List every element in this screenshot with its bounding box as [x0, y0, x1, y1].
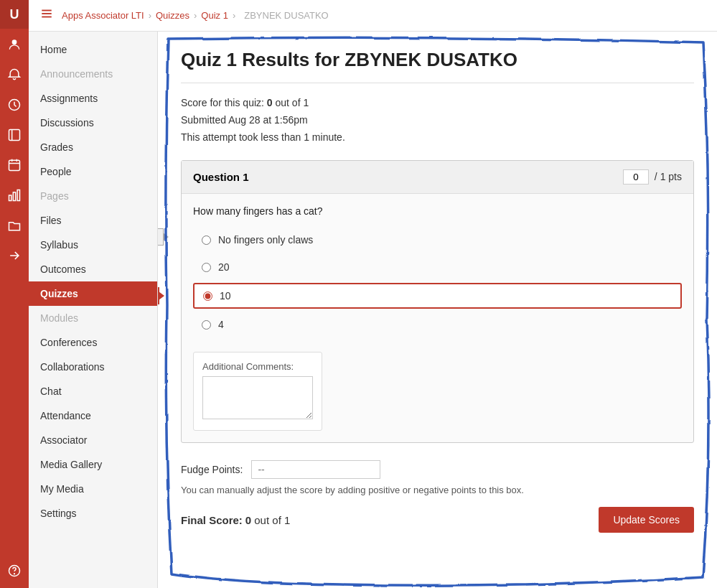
folder-icon[interactable]	[0, 211, 29, 240]
sidebar-item-pages: Pages	[29, 184, 157, 208]
breadcrumb-apps-associator[interactable]: Apps Associator LTI	[62, 10, 144, 21]
answer-option-3: 10	[193, 283, 682, 309]
answer-radio-1[interactable]	[202, 235, 211, 245]
answer-option-4: 4	[193, 313, 682, 336]
sidebar-item-quizzes[interactable]: Quizzes	[29, 281, 157, 306]
question-header: Question 1 / 1 pts	[182, 161, 693, 194]
correct-answer-label: Correct Answer	[158, 228, 164, 246]
svg-rect-10	[17, 190, 19, 201]
final-score-row: Final Score: 0 out of 1 Update Scores	[181, 507, 694, 533]
sidebar-item-modules: Modules	[29, 306, 157, 330]
chart-icon[interactable]	[0, 181, 29, 210]
sidebar-item-media-gallery[interactable]: Media Gallery	[29, 452, 157, 477]
content-area: Quiz 1 Results for ZBYNEK DUSATKO Score …	[158, 32, 717, 588]
question-text: How many fingers has a cat?	[193, 205, 682, 217]
fudge-section: Fudge Points:	[181, 460, 694, 479]
sidebar-item-people[interactable]: People	[29, 159, 157, 184]
sidebar-item-my-media[interactable]: My Media	[29, 477, 157, 501]
main-container: Apps Associator LTI › Quizzes › Quiz 1 ›…	[29, 0, 717, 588]
bell-icon[interactable]	[0, 60, 29, 89]
sidebar-item-collaborations[interactable]: Collaborations	[29, 355, 157, 379]
user-icon[interactable]	[0, 30, 29, 59]
sidebar-item-files[interactable]: Files	[29, 208, 157, 233]
final-score-value: 0 out of 1	[245, 514, 291, 526]
sidebar-item-settings[interactable]: Settings	[29, 501, 157, 526]
page-title: Quiz 1 Results for ZBYNEK DUSATKO	[181, 49, 694, 71]
question-score: / 1 pts	[623, 169, 682, 185]
breadcrumb-quiz1[interactable]: Quiz 1	[201, 10, 228, 21]
question-max-score: / 1 pts	[655, 171, 682, 182]
fudge-input[interactable]	[251, 460, 380, 479]
comments-textarea[interactable]	[202, 376, 313, 419]
final-score-label: Final Score:	[181, 514, 243, 526]
top-bar: Apps Associator LTI › Quizzes › Quiz 1 ›…	[29, 0, 717, 32]
sidebar-item-outcomes[interactable]: Outcomes	[29, 257, 157, 281]
book-icon[interactable]	[0, 121, 29, 149]
answer-label-1: No fingers only claws	[218, 234, 313, 246]
answer-option-2: 20	[193, 256, 682, 279]
breadcrumb-quizzes[interactable]: Quizzes	[156, 10, 189, 21]
answer-label-3: 10	[220, 290, 231, 302]
svg-point-12	[14, 574, 15, 574]
fudge-label: Fudge Points:	[181, 464, 243, 475]
sidebar-item-conferences[interactable]: Conferences	[29, 330, 157, 355]
body-split: Home Announcements Assignments Discussio…	[29, 32, 717, 588]
sidebar-item-chat[interactable]: Chat	[29, 379, 157, 403]
sidebar-item-associator[interactable]: Associator	[29, 428, 157, 452]
answer-label-2: 20	[218, 261, 230, 273]
submitted-line: Submitted Aug 28 at 1:56pm	[181, 112, 694, 129]
question-icon[interactable]	[0, 556, 29, 585]
calendar-icon[interactable]	[0, 151, 29, 179]
sidebar-item-discussions[interactable]: Discussions	[29, 111, 157, 135]
answer-radio-2[interactable]	[202, 263, 211, 272]
svg-rect-8	[9, 195, 11, 201]
hamburger-button[interactable]	[40, 7, 53, 24]
sidebar-item-announcements: Announcements	[29, 62, 157, 86]
sidebar-item-grades[interactable]: Grades	[29, 135, 157, 159]
question-title: Question 1	[193, 171, 249, 183]
answer-radio-4[interactable]	[202, 320, 211, 330]
fudge-note: You can manually adjust the score by add…	[181, 485, 694, 495]
breadcrumb: Apps Associator LTI › Quizzes › Quiz 1 ›…	[62, 10, 333, 21]
question-card: Question 1 / 1 pts How many fingers has …	[181, 160, 694, 443]
answer-label-4: 4	[218, 319, 224, 330]
sidebar-item-assignments[interactable]: Assignments	[29, 86, 157, 111]
breadcrumb-sep-1: ›	[149, 10, 151, 21]
question-body: How many fingers has a cat? Correct Answ…	[182, 194, 693, 442]
clock-icon[interactable]	[0, 90, 29, 119]
correct-answer-box: Correct Answer	[158, 228, 164, 246]
update-scores-button[interactable]: Update Scores	[599, 507, 694, 533]
sidebar-item-attendance[interactable]: Attendance	[29, 403, 157, 428]
comments-section: Additional Comments:	[193, 352, 322, 431]
question-score-input[interactable]	[623, 169, 649, 185]
score-info: Score for this quiz: 0 out of 1 Submitte…	[181, 95, 694, 146]
breadcrumb-sep-3: ›	[233, 10, 235, 21]
you-answered-box: You Answered	[158, 287, 159, 304]
logo-icon[interactable]: U	[0, 0, 29, 29]
answer-option-1: No fingers only claws	[193, 228, 682, 251]
svg-rect-2	[9, 130, 20, 141]
svg-point-0	[12, 39, 17, 45]
sidebar-item-home[interactable]: Home	[29, 37, 157, 62]
title-divider	[181, 83, 694, 83]
answer-radio-3[interactable]	[203, 291, 212, 301]
attempt-line: This attempt took less than 1 minute.	[181, 129, 694, 146]
final-score-section: Final Score: 0 out of 1	[181, 514, 290, 526]
sidebar: Home Announcements Assignments Discussio…	[29, 32, 158, 588]
sidebar-item-syllabus[interactable]: Syllabus	[29, 233, 157, 257]
score-line: Score for this quiz: 0 out of 1	[181, 95, 694, 112]
arrow-right-icon[interactable]	[0, 241, 29, 270]
score-value: 0	[267, 97, 273, 108]
you-answered-label: You Answered	[158, 287, 159, 304]
left-rail: U	[0, 0, 29, 588]
comments-label: Additional Comments:	[202, 361, 313, 372]
svg-rect-9	[13, 192, 15, 201]
breadcrumb-sep-2: ›	[194, 10, 197, 21]
svg-rect-4	[9, 160, 20, 170]
breadcrumb-student: ZBYNEK DUSATKO	[244, 10, 329, 21]
